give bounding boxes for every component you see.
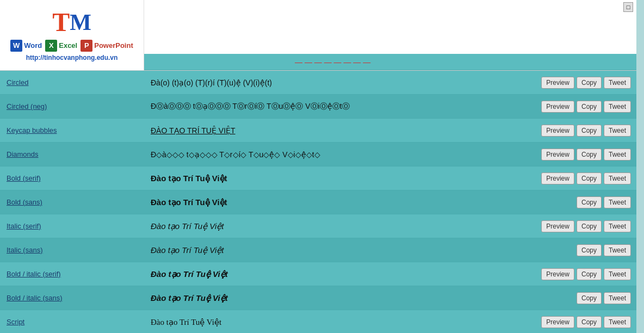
- excel-icon: X: [45, 40, 57, 52]
- font-preview-col: Đào tạo Trí Tuệ Việt: [144, 314, 571, 330]
- font-name-col: Bold (serif): [0, 170, 144, 187]
- table-row: Bold (sans)Đào tạo Trí Tuệ ViệtCopyTweet: [0, 190, 636, 214]
- minimize-button[interactable]: □: [623, 2, 633, 12]
- logo-section: T M W Word X Excel P PowerPoint http://t…: [0, 0, 144, 70]
- font-name-col: Keycap bubbles: [0, 122, 144, 139]
- tweet-button[interactable]: Tweet: [604, 149, 631, 161]
- font-name-col: Script: [0, 313, 144, 330]
- partial-preview: — — — — — — — —: [288, 54, 579, 70]
- font-actions-col: PreviewCopyTweet: [571, 265, 636, 283]
- font-name-col: Italic (sans): [0, 242, 144, 258]
- preview-button[interactable]: Preview: [541, 101, 574, 113]
- font-name-link[interactable]: Bold (sans): [7, 198, 42, 206]
- tweet-button[interactable]: Tweet: [604, 196, 631, 208]
- copy-button[interactable]: Copy: [577, 220, 602, 232]
- font-actions-col: CopyTweet: [571, 241, 636, 260]
- font-name-col: Bold / italic (serif): [0, 266, 144, 282]
- font-actions-col: PreviewCopyTweet: [571, 73, 636, 92]
- empty-name-col: [144, 58, 288, 66]
- partial-actions: [579, 59, 644, 65]
- font-name-link[interactable]: Italic (serif): [7, 222, 41, 230]
- table-row: Bold / italic (serif)Đào tạo Trí Tuệ Việ…: [0, 262, 636, 286]
- font-name-link[interactable]: Circled (neg): [7, 102, 47, 110]
- font-name-link[interactable]: Bold (serif): [7, 174, 41, 182]
- font-name-link[interactable]: Keycap bubbles: [7, 126, 57, 134]
- tweet-button[interactable]: Tweet: [604, 292, 631, 304]
- copy-button[interactable]: Copy: [577, 268, 602, 280]
- font-actions-col: CopyTweet: [571, 289, 636, 307]
- preview-button[interactable]: Preview: [541, 149, 574, 161]
- font-preview-col: Đào tạo Trí Tuệ Việt: [144, 242, 571, 258]
- site-url-link[interactable]: http://tinhocvanphong.edu.vn: [26, 54, 118, 61]
- font-preview-col: Đ◇à◇◇◇ t◇ạ◇◇◇ T◇r◇í◇ T◇u◇ệ◇ V◇i◇ệ◇t◇: [144, 147, 571, 162]
- table-row: Keycap bubblesĐÀO TẠO TRÍ TUỆ VIỆTPrevie…: [0, 119, 636, 143]
- font-name-link[interactable]: Bold / italic (sans): [7, 294, 63, 302]
- copy-button[interactable]: Copy: [577, 149, 602, 161]
- table-row: DiamondsĐ◇à◇◇◇ t◇ạ◇◇◇ T◇r◇í◇ T◇u◇ệ◇ V◇i◇…: [0, 143, 636, 166]
- font-preview-col: Đào tạo Trí Tuệ Việt: [144, 218, 571, 235]
- word-icon: W: [10, 40, 22, 52]
- preview-button[interactable]: Preview: [541, 125, 574, 137]
- font-preview-col: Đào tạo Trí Tuệ Việt: [144, 170, 571, 187]
- font-table: CircledĐà(o) (t)ạ(o) (T)(r)í (T)(u)ệ (V)…: [0, 71, 636, 333]
- scrollbar[interactable]: [636, 0, 644, 333]
- tweet-button[interactable]: Tweet: [604, 220, 631, 232]
- tweet-button[interactable]: Tweet: [604, 125, 631, 137]
- font-actions-col: PreviewCopyTweet: [571, 313, 636, 331]
- table-row: Italic (serif)Đào tạo Trí Tuệ ViệtPrevie…: [0, 214, 636, 238]
- font-actions-col: PreviewCopyTweet: [571, 97, 636, 116]
- logo-t-letter: T: [52, 9, 70, 35]
- preview-button[interactable]: Preview: [541, 220, 574, 232]
- font-actions-col: PreviewCopyTweet: [571, 121, 636, 140]
- font-name-col: Circled: [0, 74, 144, 91]
- logo-m-letter: M: [70, 11, 91, 34]
- copy-button[interactable]: Copy: [577, 244, 602, 256]
- font-name-col: Diamonds: [0, 146, 144, 163]
- table-row: CircledĐà(o) (t)ạ(o) (T)(r)í (T)(u)ệ (V)…: [0, 71, 636, 95]
- partial-top-row: — — — — — — — —: [144, 54, 644, 70]
- font-preview-col: Đào tạo Trí Tuệ Việt: [144, 194, 571, 211]
- copy-button[interactable]: Copy: [577, 101, 602, 113]
- font-preview-col: Đà(o) (t)ạ(o) (T)(r)í (T)(u)ệ (V)(i)ệ(t): [144, 75, 571, 90]
- font-name-link[interactable]: Circled: [7, 78, 28, 87]
- font-name-col: Italic (serif): [0, 218, 144, 235]
- font-actions-col: CopyTweet: [571, 193, 636, 212]
- tweet-button[interactable]: Tweet: [604, 316, 631, 328]
- copy-button[interactable]: Copy: [577, 196, 602, 208]
- font-name-link[interactable]: Italic (sans): [7, 246, 42, 254]
- tweet-button[interactable]: Tweet: [604, 268, 631, 280]
- copy-button[interactable]: Copy: [577, 316, 602, 328]
- ppt-badge: P PowerPoint: [81, 40, 133, 52]
- tweet-button[interactable]: Tweet: [604, 244, 631, 256]
- font-preview-col: Đào tạo Trí Tuệ Việt: [144, 290, 571, 306]
- tweet-button[interactable]: Tweet: [604, 101, 631, 113]
- font-name-link[interactable]: Script: [7, 318, 24, 326]
- font-name-col: Bold (sans): [0, 194, 144, 211]
- font-name-link[interactable]: Diamonds: [7, 150, 39, 158]
- font-name-col: Bold / italic (sans): [0, 289, 144, 306]
- copy-button[interactable]: Copy: [577, 125, 602, 137]
- tweet-button[interactable]: Tweet: [604, 172, 631, 184]
- ppt-label: PowerPoint: [94, 41, 133, 50]
- logo-image: T M: [52, 9, 91, 35]
- table-row: Italic (sans)Đào tạo Trí Tuệ ViệtCopyTwe…: [0, 238, 636, 262]
- font-name-link[interactable]: Bold / italic (serif): [7, 270, 61, 278]
- table-row: Bold / italic (sans)Đào tạo Trí Tuệ Việt…: [0, 286, 636, 310]
- preview-button[interactable]: Preview: [541, 77, 574, 89]
- copy-button[interactable]: Copy: [577, 292, 602, 304]
- font-actions-col: PreviewCopyTweet: [571, 217, 636, 236]
- font-name-col: Circled (neg): [0, 98, 144, 115]
- preview-button[interactable]: Preview: [541, 172, 574, 184]
- word-badge: W Word: [10, 40, 42, 52]
- tweet-button[interactable]: Tweet: [604, 77, 631, 89]
- copy-button[interactable]: Copy: [577, 172, 602, 184]
- top-bar: T M W Word X Excel P PowerPoint http://t…: [0, 0, 644, 71]
- font-preview-col: ĐÀO TẠO TRÍ TUỆ VIỆT: [144, 123, 571, 138]
- excel-badge: X Excel: [45, 40, 77, 52]
- font-preview-col: ĐⓄàⓄⓄⓄ tⓄạⓄⓄⓄ TⓄrⓄíⓄ TⓄuⓄệⓄ VⓄiⓄệⓄtⓄ: [144, 98, 571, 115]
- preview-button[interactable]: Preview: [541, 316, 574, 328]
- preview-button[interactable]: Preview: [541, 268, 574, 280]
- logo-apps: W Word X Excel P PowerPoint: [10, 40, 133, 52]
- table-row: Bold (serif)Đào tạo Trí Tuệ ViệtPreviewC…: [0, 166, 636, 190]
- copy-button[interactable]: Copy: [577, 77, 602, 89]
